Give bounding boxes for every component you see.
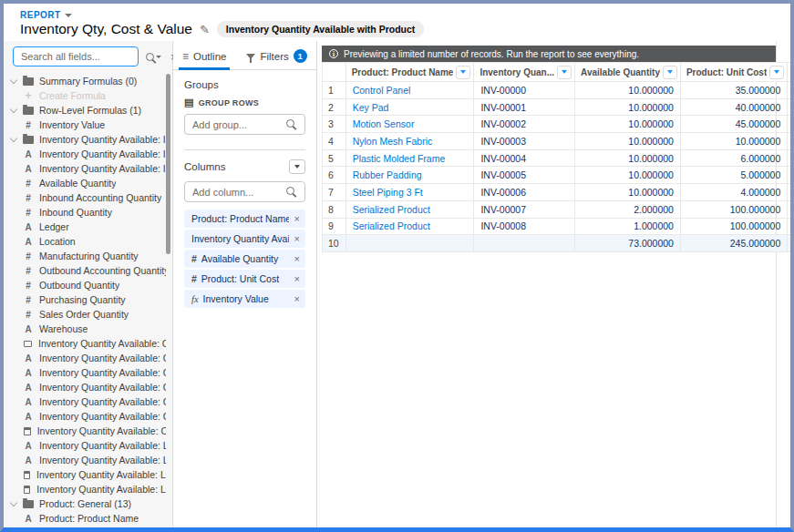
table-row: 8Serialized ProductINV-000072.000000100.… — [323, 200, 794, 218]
field-item[interactable]: #Inbound Quantity — [4, 205, 166, 220]
remove-column-icon[interactable]: × — [294, 273, 300, 284]
tab-filters[interactable]: Filters 1 — [246, 43, 306, 69]
text-field-icon: A — [23, 237, 34, 247]
column-menu-button[interactable] — [456, 66, 470, 79]
create-formula-button[interactable]: +Create Formula — [4, 88, 166, 103]
chevron-expanded-icon[interactable] — [10, 105, 17, 112]
number-field-icon: # — [23, 281, 34, 291]
column-pill-label: Available Quantity — [201, 253, 289, 264]
field-item[interactable]: ALocation — [4, 234, 166, 249]
field-item[interactable]: Inventory Quantity Available: Last Modif… — [4, 467, 166, 482]
info-icon: i — [329, 49, 338, 58]
row-number-header — [323, 63, 346, 82]
field-item[interactable]: #Outbound Quantity — [4, 278, 166, 292]
field-item[interactable]: AInventory Quantity Available: Owner Ali… — [4, 365, 166, 380]
table-row: 5Plastic Molded FrameINV-0000410.0000006… — [323, 149, 794, 167]
edit-title-icon[interactable]: ✎ — [200, 23, 210, 36]
data-cell: INV-00008 — [474, 218, 575, 235]
column-pill[interactable]: Product: Product Name× — [184, 210, 305, 228]
fields-scrollbar[interactable] — [166, 74, 170, 254]
outline-panel: ≡ Outline Filters 1 Groups ▤ GROUP ROWS — [173, 41, 317, 527]
field-item[interactable]: AWarehouse — [4, 322, 166, 336]
data-cell[interactable]: Serialized Product — [345, 218, 474, 235]
data-cell: 245.000000 — [680, 235, 787, 252]
data-cell[interactable]: Nylon Mesh Fabric — [345, 133, 474, 150]
chevron-expanded-icon[interactable] — [10, 134, 17, 141]
field-item[interactable]: #Purchasing Quantity — [4, 292, 166, 307]
field-item[interactable]: #Inventory Value — [4, 118, 166, 132]
column-menu-button[interactable] — [557, 66, 572, 79]
column-header: Inventory Quan... — [474, 63, 575, 82]
outline-icon: ≡ — [182, 50, 189, 63]
field-item[interactable]: Inventory Quantity Available: Currency — [4, 336, 166, 351]
column-header-label: Product: Unit Cost — [686, 67, 767, 77]
data-cell: 350.00 — [788, 82, 794, 99]
remove-column-icon[interactable]: × — [294, 233, 300, 244]
column-menu-button[interactable] — [769, 66, 784, 79]
data-cell[interactable]: Control Panel — [345, 82, 474, 99]
data-cell: 10.000000 — [680, 133, 787, 150]
field-item[interactable]: AInventory Quantity Available: Last Modi… — [4, 453, 166, 467]
data-cell: 450.00 — [788, 116, 794, 133]
field-item[interactable]: AInventory Quantity Available: ID — [4, 147, 166, 161]
remove-column-icon[interactable]: × — [294, 213, 300, 224]
column-pill[interactable]: fxInventory Value× — [184, 290, 305, 308]
field-item[interactable]: #Outbound Accounting Quantity — [4, 263, 166, 278]
field-label: Inventory Quantity Available: Last Modif… — [39, 455, 166, 466]
field-item[interactable]: Inventory Quantity Available: Last Activ… — [4, 482, 166, 496]
field-label: Inbound Accounting Quantity — [39, 192, 161, 203]
search-icon[interactable] — [146, 53, 154, 61]
data-cell: 200.00 — [788, 200, 794, 218]
data-cell: 10.000000 — [575, 167, 681, 184]
search-options-chevron-icon[interactable] — [156, 56, 161, 58]
field-folder[interactable]: Product: General (13) — [4, 496, 166, 511]
column-pill[interactable]: #Available Quantity× — [184, 250, 305, 268]
page-title: Inventory Qty, Cost & Value — [20, 21, 192, 37]
field-item[interactable]: ALedger — [4, 220, 166, 234]
field-item[interactable]: AInventory Quantity Available: Created A… — [4, 409, 166, 424]
field-item[interactable]: #Manufacturing Quantity — [4, 249, 166, 263]
data-cell[interactable]: Serialized Product — [345, 200, 474, 218]
search-fields-input[interactable] — [13, 46, 139, 66]
remove-column-icon[interactable]: × — [294, 293, 300, 304]
columns-menu-button[interactable] — [289, 159, 305, 174]
data-cell: 10.000000 — [575, 116, 681, 133]
data-cell[interactable]: Plastic Molded Frame — [345, 149, 474, 167]
field-label: Purchasing Quantity — [39, 294, 126, 305]
data-cell[interactable]: Key Pad — [345, 98, 474, 116]
number-field-icon: # — [23, 251, 34, 261]
field-item[interactable]: AInventory Quantity Available: Last Modi… — [4, 438, 166, 453]
field-folder[interactable]: Summary Formulas (0) — [4, 74, 166, 88]
chevron-expanded-icon[interactable] — [10, 76, 17, 83]
field-folder[interactable]: Inventory Quantity Available: Info (24) — [4, 132, 166, 147]
field-item[interactable]: Inventory Quantity Available: Created Da… — [4, 424, 166, 438]
data-cell[interactable]: Rubber Padding — [345, 167, 474, 184]
field-item[interactable]: AInventory Quantity Available: Owner Rol… — [4, 380, 166, 394]
data-cell[interactable]: Motion Sensor — [345, 116, 474, 133]
report-type-menu[interactable]: REPORT — [20, 10, 72, 20]
table-row: 2Key PadINV-0000110.00000040.000000400.0… — [323, 98, 794, 116]
remove-column-icon[interactable]: × — [294, 253, 300, 264]
column-pill[interactable]: Inventory Quantity Available: Inve× — [184, 230, 305, 248]
column-menu-button[interactable] — [663, 66, 677, 79]
field-item[interactable]: #Available Quantity — [4, 176, 166, 190]
chevron-expanded-icon[interactable] — [10, 498, 17, 506]
preview-notice: i Previewing a limited number of records… — [322, 46, 776, 62]
field-folder[interactable]: Row-Level Formulas (1) — [4, 103, 166, 118]
field-item[interactable]: #Inbound Accounting Quantity — [4, 190, 166, 205]
field-item[interactable]: AInventory Quantity Available: Owner Nam… — [4, 351, 166, 365]
data-cell[interactable]: Steel Piping 3 Ft — [345, 184, 474, 201]
field-item[interactable]: #Sales Order Quantity — [4, 307, 166, 322]
field-item[interactable]: AProduct: Product Name — [4, 511, 166, 526]
tab-outline[interactable]: ≡ Outline — [182, 43, 226, 69]
field-item[interactable]: AInventory Quantity Available: Inventory… — [4, 161, 166, 176]
data-cell: INV-00005 — [474, 167, 575, 184]
field-item[interactable]: AInventory Quantity Available: Created B… — [4, 394, 166, 409]
column-pill[interactable]: #Product: Unit Cost× — [184, 270, 305, 288]
text-field-icon: A — [23, 383, 34, 393]
preview-table: Product: Product NameInventory Quan...Av… — [322, 62, 794, 252]
data-cell: 45.000000 — [680, 116, 787, 133]
field-label: Outbound Quantity — [39, 280, 119, 291]
folder-icon — [23, 107, 34, 115]
text-field-icon: A — [23, 353, 34, 363]
